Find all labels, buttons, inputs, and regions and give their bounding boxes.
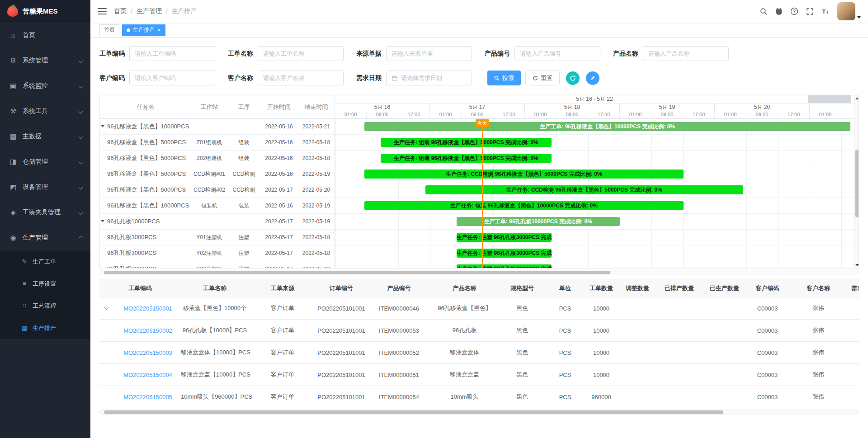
sidebar-item[interactable]: ▤ 主数据 [0, 124, 90, 149]
text-input[interactable] [258, 71, 344, 85]
view-tab[interactable]: 生产排产 × [122, 24, 165, 36]
sidebar-item[interactable]: ▣ 系统监控 [0, 73, 90, 99]
tab-label: 生产排产 [133, 26, 155, 34]
filter-input[interactable] [135, 75, 210, 81]
expand-arrow-icon[interactable] [101, 220, 104, 222]
gantt-task-row[interactable]: 96孔移液盒【黑色】5000PCS CCD检测#02 CCD检测 2022-05… [100, 182, 335, 198]
search-button[interactable]: 搜索 [487, 71, 521, 85]
gantt-bar[interactable]: 生产工单: 96孔孔板10000PCS 完成比例: 0% [457, 217, 620, 226]
sidebar-item[interactable]: ◩ 设备管理 [0, 174, 90, 200]
gantt-workstation: 包装机 [191, 202, 227, 210]
breadcrumb-item[interactable]: 生产排产 [172, 7, 197, 15]
reset-button[interactable]: 重置 [525, 71, 560, 85]
work-order-link[interactable]: MO202205150005 [123, 394, 172, 400]
gantt-bar[interactable]: 生产任务: CCD检测 96孔移液盒【黑色】5000PCS 完成比例: 0% [364, 170, 684, 179]
gantt-start-time: 2022-05-16 [260, 139, 297, 146]
tags-view-bar: 首页 生产排产 × [90, 23, 868, 38]
font-size-icon[interactable]: TT [818, 5, 832, 18]
app-logo[interactable]: 苦糖果MES [0, 0, 90, 23]
filter-input[interactable] [392, 50, 467, 57]
gantt-task-row[interactable]: 96孔孔板3000PCS Y02注塑机 注塑 2022-05-17 2022-0… [100, 245, 335, 261]
fullscreen-icon[interactable] [803, 5, 816, 18]
orders-horizontal-scrollbar[interactable] [99, 410, 859, 415]
avatar[interactable] [837, 2, 855, 20]
text-input[interactable] [514, 46, 600, 61]
scrollbar-thumb[interactable] [855, 150, 859, 217]
order-row[interactable]: MO202205150005 10mm吸头【960000】PCS 客户订单 PO… [99, 386, 859, 408]
sidebar-item[interactable]: ◈ 工装夹具管理 [0, 200, 90, 225]
gantt-bar[interactable]: 生产任务: 组装 96孔移液盒【黑色】5000PCS 完成比例: 0% [381, 154, 552, 163]
search-icon[interactable] [757, 5, 770, 18]
work-order-link[interactable]: MO202205150002 [123, 327, 172, 334]
order-row[interactable]: MO202205150001 移液盒【黑色】10000个 客户订单 PO2022… [99, 297, 859, 320]
help-icon[interactable]: ? [788, 5, 801, 18]
filter-input[interactable] [263, 50, 338, 57]
timeline-hour-label: 01:00 [430, 111, 462, 118]
order-row[interactable]: MO202205150004 移液盒盒盖【10000】PCS 客户订单 PO20… [99, 364, 859, 386]
filter-input[interactable] [648, 50, 723, 57]
gantt-bar[interactable]: 生产任务: 注塑 96孔孔板3000PCS 完成比例: 0% [457, 249, 552, 258]
gantt-bar[interactable]: 生产任务: 注塑 96孔孔板3000PCS 完成比例: 0% [457, 233, 552, 242]
text-input[interactable] [129, 71, 215, 85]
gantt-task-row[interactable]: 96孔孔板10000PCS 2022-05-17 2022-05-19 [100, 214, 335, 230]
sidebar-item[interactable]: ◨ 仓储管理 [0, 149, 90, 174]
gantt-bar[interactable]: 生产任务: 组装 96孔移液盒【黑色】5000PCS 完成比例: 0% [381, 138, 552, 147]
scrollbar-thumb[interactable] [104, 410, 723, 414]
gantt-bar[interactable]: 生产任务: 包装 96孔移液盒【黑色】10000PCS 完成比例: 0% [364, 201, 684, 210]
user-menu[interactable] [837, 2, 861, 20]
gantt-task-row[interactable]: 96孔移液盒【黑色】5000PCS Z02组装机 组装 2022-05-16 2… [100, 151, 335, 166]
scroll-down-icon[interactable] [855, 264, 859, 266]
gantt-horizontal-scrollbar[interactable] [99, 270, 859, 275]
sidebar-item[interactable]: ⚒ 系统工具 [0, 99, 90, 124]
gantt-workstation: Y01注塑机 [191, 234, 227, 241]
sidebar-subitem[interactable]: ✎ 生产工单 [0, 250, 90, 273]
work-order-link[interactable]: MO202205150003 [123, 349, 172, 356]
sidebar-item[interactable]: ◉ 生产管理 [0, 225, 90, 250]
github-icon[interactable] [772, 5, 786, 18]
gantt-task-row[interactable]: 96孔移液盒【黑色】5000PCS Z01组装机 组装 2022-05-16 2… [100, 135, 335, 151]
filter-input[interactable] [401, 75, 467, 81]
text-input[interactable] [386, 71, 472, 85]
sidebar-subitem[interactable]: ≡ 工序设置 [0, 273, 90, 295]
breadcrumb-item[interactable]: 首页 [114, 7, 127, 15]
gantt-task-row[interactable]: 96孔移液盒【黑色】5000PCS CCD检测#01 CCD检测 2022-05… [100, 166, 335, 182]
row-expand-caret-icon[interactable] [104, 305, 109, 310]
text-input[interactable] [643, 46, 729, 61]
text-input[interactable] [386, 46, 472, 61]
gantt-table-body: 96孔移液盒【黑色】10000PCS 2022-05-16 2022-05-21 [100, 119, 335, 268]
gantt-task-row[interactable]: 96孔孔板3000PCS Y01注塑机 注塑 2022-05-17 2022-0… [100, 230, 335, 245]
gantt-task-row[interactable]: 96孔移液盒【黑色】10000PCS 2022-05-16 2022-05-21 [100, 119, 335, 135]
order-row[interactable]: MO202205150002 96孔孔板【10000】PCS 客户订单 PO20… [99, 320, 859, 342]
sidebar-subitem[interactable]: ∷ 工艺流程 [0, 295, 90, 317]
gantt-bar[interactable]: 生产工单: 96孔移液盒【黑色】10000PCS 完成比例: 0% [364, 122, 850, 131]
refresh-button[interactable] [566, 71, 580, 85]
sidebar-subitem[interactable]: ▦ 生产排产 [0, 317, 90, 339]
order-row[interactable]: MO202205150003 移液盒盒体【10000】PCS 客户订单 PO20… [99, 342, 859, 364]
filter-input[interactable] [263, 75, 338, 81]
gantt-end-time: 2022-05-21 [297, 123, 335, 130]
breadcrumb-item[interactable]: 生产管理 [137, 7, 162, 15]
gantt-bar[interactable]: 生产任务: 注塑 96孔孔板3000PCS 完成比例: 0% [457, 264, 552, 268]
text-input[interactable] [258, 46, 344, 61]
sidebar-item[interactable]: ⌂ 首页 [0, 23, 90, 48]
filter-input[interactable] [520, 50, 595, 57]
edit-button[interactable] [586, 71, 599, 85]
view-tab[interactable]: 首页 [99, 24, 119, 36]
gantt-bar[interactable]: 生产任务: CCD检测 96孔移液盒【黑色】5000PCS 完成比例: 0% [425, 185, 744, 194]
expand-arrow-icon[interactable] [101, 125, 104, 127]
text-input[interactable] [129, 46, 215, 61]
filter-input[interactable] [135, 50, 210, 57]
hamburger-icon[interactable] [98, 8, 107, 14]
spec-model: 黑色 [497, 386, 547, 408]
scrollbar-thumb[interactable] [104, 271, 610, 274]
gantt-vertical-scrollbar[interactable] [854, 95, 859, 268]
gantt-task-row[interactable]: 96孔孔板3000PCS Y03注塑机 注塑 2022-05-17 2022-0… [100, 261, 335, 268]
gantt-task-row[interactable]: 96孔移液盒【黑色】10000PCS 包装机 包装 2022-05-16 202… [100, 198, 335, 214]
scroll-up-icon[interactable] [855, 97, 859, 99]
sidebar-item[interactable]: ⚙ 系统管理 [0, 48, 90, 73]
gantt-column-header: 工序 [227, 103, 260, 111]
tab-close-icon[interactable]: × [157, 27, 161, 33]
work-order-link[interactable]: MO202205150004 [123, 372, 172, 378]
gantt-end-time: 2022-05-18 [297, 234, 335, 240]
work-order-link[interactable]: MO202205150001 [123, 305, 172, 312]
